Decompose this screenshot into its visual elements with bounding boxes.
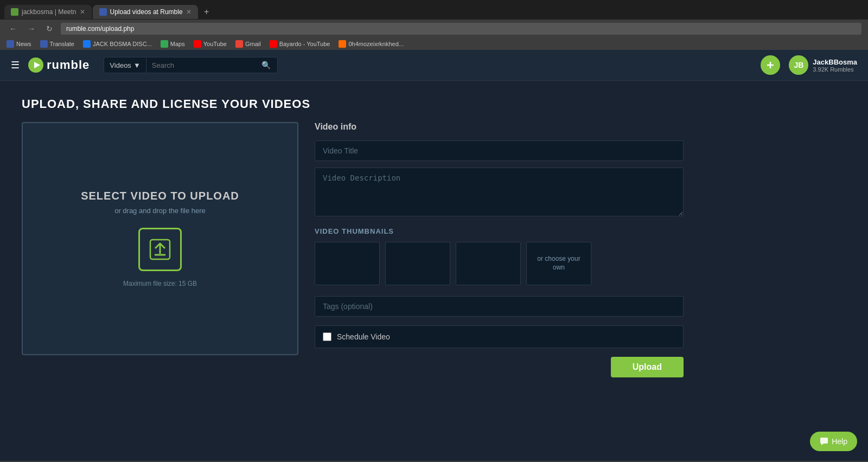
thumbnail-1[interactable]	[315, 242, 380, 285]
search-input[interactable]	[146, 58, 255, 73]
bookmark-favicon-youtube	[194, 40, 201, 48]
bookmarks-bar: News Translate JACK BOSMA DISC... Maps Y…	[0, 38, 868, 50]
thumbnails-label: VIDEO THUMBNAILS	[315, 227, 684, 235]
thumbnail-choose-own[interactable]: or choose your own	[526, 242, 591, 285]
rumble-logo-text: rumble	[47, 58, 90, 72]
search-dropdown-chevron: ▼	[133, 61, 141, 69]
rumble-logo-icon	[28, 57, 43, 73]
chat-icon	[820, 437, 828, 446]
tab-title-meetn: jackbosma | Meetn	[22, 8, 76, 16]
upload-sub-text: or drag and drop the file here	[114, 207, 206, 215]
tab-close-rumble[interactable]: ✕	[186, 8, 192, 16]
tab-title-rumble: Upload videos at Rumble	[110, 8, 183, 16]
search-dropdown[interactable]: Videos ▼	[104, 58, 146, 73]
hamburger-menu[interactable]: ☰	[11, 59, 20, 71]
refresh-button[interactable]: ↻	[43, 23, 55, 34]
bookmark-label-youtube: YouTube	[203, 41, 227, 47]
video-info-title: Video info	[315, 122, 684, 132]
rumble-logo[interactable]: rumble	[28, 57, 90, 73]
search-bar: Videos ▼ 🔍	[104, 57, 277, 73]
upload-submit-button[interactable]: Upload	[611, 357, 684, 377]
upload-drop-area[interactable]: SELECT VIDEO TO UPLOAD or drag and drop …	[22, 122, 298, 355]
upload-max-size: Maximum file size: 15 GB	[123, 280, 197, 287]
browser-chrome: jackbosma | Meetn ✕ Upload videos at Rum…	[0, 0, 868, 50]
tab-rumble[interactable]: Upload videos at Rumble ✕	[93, 5, 198, 19]
address-input[interactable]	[61, 23, 861, 35]
thumbnail-2[interactable]	[385, 242, 450, 285]
bookmark-label-maps: Maps	[170, 41, 185, 47]
video-title-input[interactable]	[315, 140, 684, 161]
upload-main-text: SELECT VIDEO TO UPLOAD	[81, 190, 239, 202]
bookmark-favicon-jackbosma	[83, 40, 91, 48]
tab-bar: jackbosma | Meetn ✕ Upload videos at Rum…	[0, 0, 868, 20]
user-rumbles: 3.92K Rumbles	[813, 66, 857, 73]
bookmark-bayardo[interactable]: Bayardo - YouTube	[270, 40, 330, 48]
bookmark-favicon-news	[7, 40, 14, 48]
search-button[interactable]: 🔍	[255, 57, 277, 73]
bookmark-favicon-maps	[161, 40, 168, 48]
bookmark-favicon-gmail	[235, 40, 243, 48]
address-bar-row: ← → ↻	[0, 20, 868, 38]
bookmark-other[interactable]: 0h4mozeixrknkhed...	[339, 40, 404, 48]
bookmark-maps[interactable]: Maps	[161, 40, 185, 48]
back-button[interactable]: ←	[7, 23, 20, 34]
rumble-header: ☰ rumble Videos ▼ 🔍 JB JackBBosma 3.92K …	[0, 50, 868, 81]
upload-arrow-icon	[147, 236, 173, 262]
bookmark-gmail[interactable]: Gmail	[235, 40, 261, 48]
upload-btn-row: Upload	[315, 357, 684, 377]
tab-favicon-rumble	[99, 8, 107, 16]
help-button[interactable]: Help	[810, 432, 857, 451]
bookmark-favicon-translate	[40, 40, 48, 48]
schedule-row: Schedule Video	[315, 325, 684, 348]
upload-layout: SELECT VIDEO TO UPLOAD or drag and drop …	[22, 122, 684, 377]
svg-rect-8	[820, 438, 828, 444]
bookmark-label-news: News	[16, 41, 31, 47]
upload-icon-button[interactable]	[761, 55, 780, 75]
page-content: UPLOAD, SHARE AND LICENSE YOUR VIDEOS SE…	[0, 81, 705, 394]
search-dropdown-label: Videos	[110, 61, 131, 69]
video-info-panel: Video info VIDEO THUMBNAILS or choose yo…	[315, 122, 684, 377]
thumbnails-row: or choose your own	[315, 242, 684, 285]
schedule-label: Schedule Video	[337, 332, 390, 341]
new-tab-button[interactable]: +	[199, 4, 214, 20]
bookmark-jackbosma[interactable]: JACK BOSMA DISC...	[83, 40, 152, 48]
tab-favicon-meetn	[11, 8, 18, 16]
bookmark-label-gmail: Gmail	[245, 41, 261, 47]
user-details: JackBBosma 3.92K Rumbles	[813, 58, 857, 73]
bookmark-favicon-bayardo	[270, 40, 277, 48]
plus-icon	[765, 60, 775, 70]
user-name: JackBBosma	[813, 58, 857, 66]
avatar-initials: JB	[794, 61, 803, 69]
tab-close-meetn[interactable]: ✕	[80, 8, 85, 16]
bookmark-label-translate: Translate	[50, 41, 74, 47]
svg-marker-9	[821, 444, 824, 445]
avatar: JB	[789, 55, 808, 75]
upload-icon-large	[138, 228, 182, 271]
page-title: UPLOAD, SHARE AND LICENSE YOUR VIDEOS	[22, 97, 684, 111]
tags-input[interactable]	[315, 296, 684, 317]
bookmark-label-jackbosma: JACK BOSMA DISC...	[93, 41, 152, 47]
forward-button[interactable]: →	[25, 23, 38, 34]
bookmark-youtube[interactable]: YouTube	[194, 40, 227, 48]
help-label: Help	[832, 437, 847, 446]
bookmark-favicon-other	[339, 40, 346, 48]
bookmark-label-bayardo: Bayardo - YouTube	[279, 41, 330, 47]
video-description-input[interactable]	[315, 168, 684, 216]
bookmark-news[interactable]: News	[7, 40, 31, 48]
user-info[interactable]: JB JackBBosma 3.92K Rumbles	[789, 55, 857, 75]
schedule-checkbox[interactable]	[323, 332, 331, 341]
tab-meetn[interactable]: jackbosma | Meetn ✕	[4, 5, 92, 19]
thumbnail-3[interactable]	[456, 242, 521, 285]
bookmark-translate[interactable]: Translate	[40, 40, 74, 48]
bookmark-label-other: 0h4mozeixrknkhed...	[348, 41, 404, 47]
